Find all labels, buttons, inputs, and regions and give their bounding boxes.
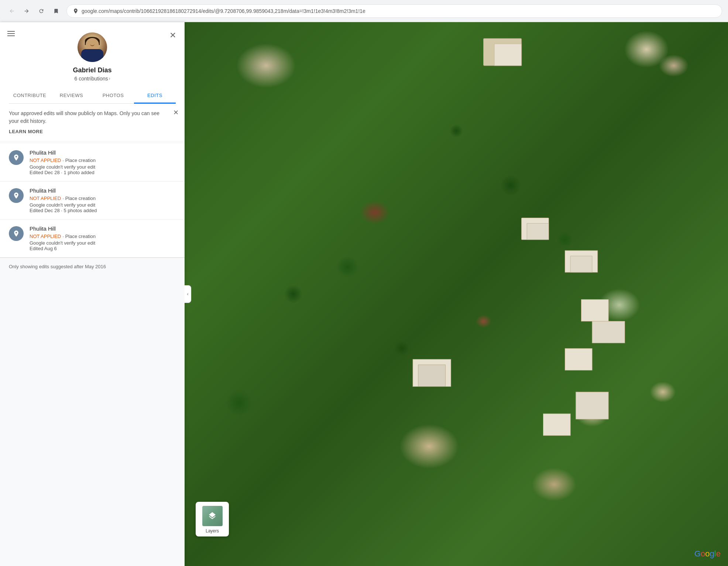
avatar: [78, 32, 107, 62]
edit-date-2: Edited Dec 28 · 5 photos added: [30, 208, 176, 213]
contributions-text: 6 contributions: [74, 76, 108, 82]
avatar-body: [81, 49, 103, 62]
main-content: ✕ Gabriel Dias 6 contributio: [0, 22, 728, 566]
edit-details-3: Phulita Hill NOT APPLIED · Place creatio…: [30, 225, 176, 251]
avatar-face: [78, 32, 107, 62]
menu-button[interactable]: [6, 30, 16, 38]
google-watermark: Google: [694, 549, 721, 559]
tab-reviews[interactable]: REVIEWS: [51, 87, 92, 103]
location-icon-1: [9, 150, 24, 165]
bookmark-button[interactable]: [50, 5, 62, 17]
close-panel-button[interactable]: ✕: [167, 30, 179, 41]
panel-content: ✕ Your approved edits will show publicly…: [0, 104, 185, 566]
edit-type-1: · Place creation: [62, 158, 96, 163]
contributions-arrow: ›: [109, 76, 110, 81]
panel-wrapper: ✕ Gabriel Dias 6 contributio: [0, 22, 185, 566]
edit-place-2: Phulita Hill: [30, 187, 176, 194]
svg-rect-12: [543, 414, 571, 435]
info-banner: ✕ Your approved edits will show publicly…: [0, 104, 185, 141]
edit-details-1: Phulita Hill NOT APPLIED · Place creatio…: [30, 149, 176, 175]
collapse-panel-arrow[interactable]: ‹: [185, 285, 191, 303]
edit-item-2: Phulita Hill NOT APPLIED · Place creatio…: [0, 182, 185, 220]
nav-buttons: [6, 5, 62, 17]
left-panel: ✕ Gabriel Dias 6 contributio: [0, 22, 185, 566]
map-satellite-bg: [185, 22, 728, 566]
layers-stack-icon: [208, 511, 217, 520]
map-area[interactable]: Layers Google: [185, 22, 728, 566]
edit-date-3: Edited Aug 6: [30, 246, 176, 251]
svg-rect-10: [565, 348, 592, 370]
tab-photos[interactable]: PHOTOS: [92, 87, 134, 103]
svg-rect-11: [576, 392, 608, 419]
edit-status-3: NOT APPLIED: [30, 234, 61, 239]
edit-type-2: · Place creation: [62, 196, 96, 201]
edit-status-1: NOT APPLIED: [30, 158, 61, 163]
svg-rect-3: [527, 223, 549, 239]
map-svg-overlay: [185, 22, 728, 566]
footer-note: Only showing edits suggested after May 2…: [0, 258, 185, 275]
layers-icon-container: [201, 505, 223, 527]
reload-button[interactable]: [35, 5, 47, 17]
svg-rect-7: [592, 321, 625, 343]
location-icon-3: [9, 226, 24, 241]
browser-chrome: google.com/maps/contrib/1066219281861802…: [0, 0, 728, 22]
tab-contribute[interactable]: CONTRIBUTE: [9, 87, 51, 103]
svg-rect-9: [418, 365, 446, 387]
edit-place-3: Phulita Hill: [30, 225, 176, 232]
tabs-container: CONTRIBUTE REVIEWS PHOTOS EDITS: [9, 87, 176, 104]
edit-desc-2: Google couldn't verify your edit: [30, 202, 176, 208]
edit-details-2: Phulita Hill NOT APPLIED · Place creatio…: [30, 187, 176, 213]
banner-text: Your approved edits will show publicly o…: [9, 110, 176, 125]
forward-button[interactable]: [21, 5, 32, 17]
edit-place-1: Phulita Hill: [30, 149, 176, 156]
svg-rect-1: [494, 44, 522, 66]
contributions-link[interactable]: 6 contributions ›: [74, 76, 110, 82]
edit-date-1: Edited Dec 28 · 1 photo added: [30, 170, 176, 175]
tab-edits[interactable]: EDITS: [134, 87, 176, 103]
user-name: Gabriel Dias: [73, 66, 111, 74]
edit-status-2: NOT APPLIED: [30, 196, 61, 201]
avatar-smile: [90, 44, 95, 46]
layers-label: Layers: [206, 528, 219, 534]
address-bar[interactable]: google.com/maps/contrib/1066219281861802…: [66, 4, 722, 18]
panel-header: ✕ Gabriel Dias 6 contributio: [0, 22, 185, 104]
location-icon-2: [9, 188, 24, 203]
edit-desc-1: Google couldn't verify your edit: [30, 164, 176, 170]
svg-rect-5: [570, 256, 592, 272]
edit-item-1: Phulita Hill NOT APPLIED · Place creatio…: [0, 144, 185, 182]
layers-button[interactable]: Layers: [196, 502, 229, 536]
back-button[interactable]: [6, 5, 18, 17]
avatar-container: [78, 32, 107, 62]
edit-item-3: Phulita Hill NOT APPLIED · Place creatio…: [0, 220, 185, 258]
edit-type-3: · Place creation: [62, 234, 96, 239]
layers-thumbnail: [202, 506, 223, 526]
svg-rect-6: [581, 300, 609, 321]
url-text: google.com/maps/contrib/1066219281861802…: [82, 8, 365, 14]
close-banner-button[interactable]: ✕: [170, 107, 182, 118]
edit-desc-3: Google couldn't verify your edit: [30, 240, 176, 246]
learn-more-link[interactable]: LEARN MORE: [9, 129, 43, 134]
